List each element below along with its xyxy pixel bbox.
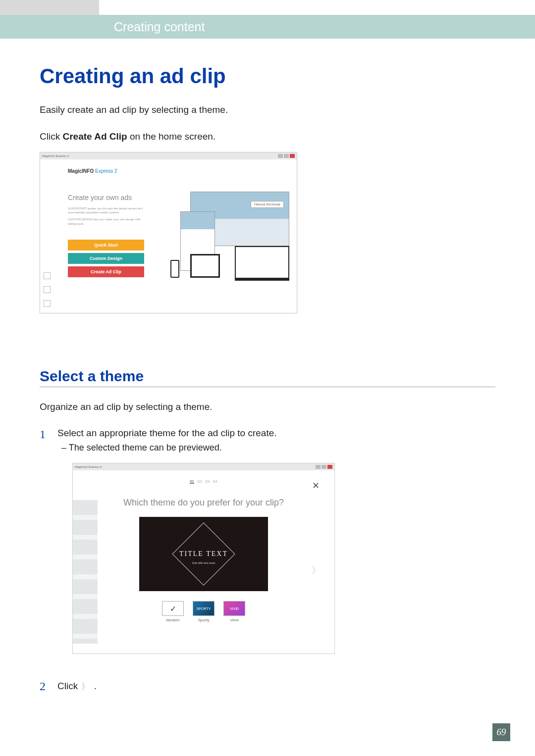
preview-title-text: TITLE TEXT	[179, 550, 228, 558]
thumb-box-vivid: VIVID	[223, 601, 245, 616]
step-1-body: Select an appropriate theme for the ad c…	[57, 428, 495, 654]
device-phone	[170, 260, 179, 278]
background-blur	[73, 500, 98, 644]
screenshot-home: MagicInfo Express 2 MagicINFO Express 2 …	[40, 152, 297, 313]
window-titlebar-2: MagicInfo Express 2	[73, 463, 334, 470]
app-desc-1: QUICKSTART guides you through the design…	[68, 206, 144, 215]
page-content: Creating an ad clip Easily create an ad …	[40, 64, 495, 693]
theme-wizard-body: 01 02 03 04 ✕ Which theme do you prefer …	[73, 470, 334, 654]
logo-part-c: Express 2	[94, 168, 117, 174]
instruction-text: Click Create Ad Clip on the home screen.	[40, 131, 495, 142]
minimize-icon[interactable]	[278, 154, 283, 158]
thumb-label-modern: Modern	[162, 618, 184, 622]
instruction-post: on the home screen.	[127, 131, 216, 142]
step-2-pre: Click	[57, 681, 80, 691]
logo-part-a: Magic	[68, 168, 82, 174]
app-buttons: Quick Start Custom Design Create Ad Clip	[68, 240, 144, 277]
step-2-body: Click 〉 .	[57, 681, 97, 693]
thumb-box-sporty: SPORTY	[193, 601, 214, 616]
wizard-close-icon[interactable]: ✕	[312, 480, 320, 491]
app-sidebar	[40, 159, 54, 313]
screenshot-theme-select: MagicInfo Express 2 01 02 03 04	[72, 463, 335, 654]
step-2-post: .	[94, 681, 97, 691]
breadcrumb: Creating content	[114, 20, 205, 34]
theme-thumb-sporty[interactable]: SPORTY Sporty	[193, 601, 214, 622]
step-number-2: 2	[40, 680, 50, 693]
step-2: 2 Click 〉 .	[40, 680, 495, 693]
device-laptop	[235, 246, 289, 281]
window-controls	[278, 154, 295, 158]
close-icon[interactable]	[327, 465, 332, 469]
intro-text: Easily create an ad clip by selecting a …	[40, 103, 495, 117]
app-logo: MagicINFO Express 2	[68, 168, 144, 174]
step-number-1: 1	[40, 428, 50, 654]
check-icon: ✓	[162, 601, 184, 616]
instruction-bold: Create Ad Clip	[62, 131, 127, 142]
instruction-pre: Click	[40, 131, 62, 142]
wizard-step-03[interactable]: 03	[205, 479, 210, 484]
create-ad-clip-button[interactable]: Create Ad Clip	[68, 266, 144, 277]
step-1-text: Select an appropriate theme for the ad c…	[57, 428, 277, 438]
preview-sub-text: Sub title text area	[192, 561, 215, 564]
header-bar: Creating content	[0, 15, 535, 39]
step-1-sub: The selected theme can be previewed.	[61, 443, 495, 453]
app-desc-2: CUSTOM DESIGN lets you make your own des…	[68, 217, 144, 226]
device-mockups: TRAVLE PACKAGE	[160, 192, 289, 281]
thumb-label-sporty: Sporty	[193, 618, 214, 622]
wizard-step-01[interactable]: 01	[190, 479, 194, 484]
window-title: MagicInfo Express 2	[42, 154, 69, 157]
device-label: TRAVLE PACKAGE	[251, 201, 284, 208]
maximize-icon[interactable]	[321, 465, 326, 469]
theme-thumb-modern[interactable]: ✓ Modern	[162, 601, 184, 622]
chevron-right-icon: 〉	[81, 681, 90, 693]
app-preview-panel: TRAVLE PACKAGE	[153, 159, 297, 313]
close-icon[interactable]	[290, 154, 295, 158]
step-1: 1 Select an appropriate theme for the ad…	[40, 428, 495, 654]
section-title-select-theme: Select a theme	[40, 368, 495, 387]
theme-thumb-vivid[interactable]: VIVID Vivid	[223, 601, 245, 622]
page-title: Creating an ad clip	[40, 64, 495, 88]
next-theme-arrow-icon[interactable]: 〉	[312, 564, 321, 576]
tutorial-icon[interactable]	[44, 272, 51, 279]
thumb-label-vivid: Vivid	[223, 618, 245, 622]
import-icon[interactable]	[44, 286, 51, 293]
wizard-question: Which theme do you prefer for your clip?	[73, 498, 334, 508]
device-tablet	[190, 254, 220, 278]
maximize-icon[interactable]	[284, 154, 289, 158]
logo-part-b: INFO	[82, 168, 94, 174]
app-body: MagicINFO Express 2 Create your own ads …	[40, 159, 297, 313]
wizard-step-04[interactable]: 04	[213, 479, 217, 484]
quick-start-button[interactable]: Quick Start	[68, 240, 144, 251]
custom-design-button[interactable]: Custom Design	[68, 253, 144, 264]
wizard-steps: 01 02 03 04	[73, 479, 334, 484]
app-headline: Create your own ads	[68, 194, 144, 202]
app-left-panel: MagicINFO Express 2 Create your own ads …	[54, 159, 153, 313]
settings-icon[interactable]	[44, 300, 51, 307]
wizard-step-02[interactable]: 02	[198, 479, 202, 484]
theme-preview: TITLE TEXT Sub title text area	[139, 517, 268, 591]
theme-thumbnails: ✓ Modern SPORTY Sporty VIVID Vivid	[73, 601, 334, 622]
window-controls-2	[316, 465, 332, 469]
minimize-icon[interactable]	[316, 465, 321, 469]
page-number-badge: 69	[492, 723, 510, 741]
window-titlebar: MagicInfo Express 2	[40, 152, 297, 159]
section2-intro: Organize an ad clip by selecting a theme…	[40, 400, 495, 414]
window-title-2: MagicInfo Express 2	[75, 465, 102, 468]
